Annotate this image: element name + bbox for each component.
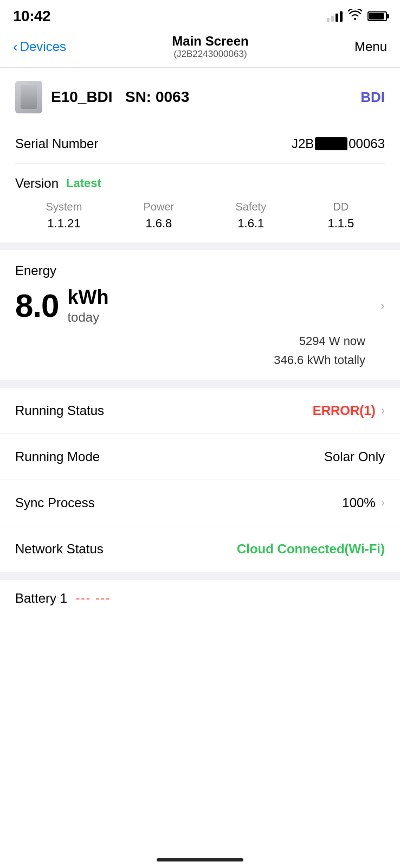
energy-unit: kWh	[67, 286, 108, 309]
energy-total: 346.6 kWh totally	[15, 350, 365, 369]
nav-title-block: Main Screen (J2B2243000063)	[172, 34, 248, 60]
serial-number-label: Serial Number	[15, 136, 98, 151]
version-label: Version	[15, 176, 59, 191]
battery-label: Battery 1	[15, 591, 67, 606]
energy-details: 5294 W now 346.6 kWh totally	[15, 331, 385, 369]
status-bar: 10:42	[0, 0, 400, 29]
section-divider-3	[0, 572, 400, 579]
running-status-value: ERROR(1) ›	[313, 403, 385, 418]
version-col-label-dd: DD	[327, 201, 354, 213]
device-name: E10_BDI SN: 0063	[51, 88, 189, 105]
status-time: 10:42	[13, 8, 50, 25]
section-divider-2	[0, 380, 400, 388]
back-label: Devices	[20, 39, 66, 54]
version-col-label-system: System	[46, 201, 82, 213]
running-status-row[interactable]: Running Status ERROR(1) ›	[0, 388, 400, 434]
energy-now: 5294 W now	[15, 331, 365, 350]
version-col-dd: DD 1.1.5	[327, 201, 354, 231]
wifi-icon	[348, 9, 362, 23]
version-col-value-system: 1.1.21	[46, 216, 82, 231]
energy-main-row[interactable]: 8.0 kWh today ›	[15, 286, 385, 325]
energy-title: Energy	[15, 263, 385, 278]
sync-process-value: 100% ›	[342, 495, 385, 510]
running-mode-row: Running Mode Solar Only	[0, 434, 400, 480]
network-status-value: Cloud Connected(Wi-Fi)	[237, 541, 385, 557]
battery-section: Battery 1 --- ---	[0, 579, 400, 611]
version-grid: System 1.1.21 Power 1.6.8 Safety 1.6.1 D…	[15, 201, 385, 242]
version-latest-badge: Latest	[66, 176, 101, 190]
version-col-safety: Safety 1.6.1	[235, 201, 266, 231]
energy-section: Energy 8.0 kWh today › 5294 W now 346.6 …	[0, 250, 400, 380]
energy-today-label: today	[67, 310, 108, 325]
device-info-section: Serial Number J2B00063 Version Latest Sy…	[0, 124, 400, 242]
running-status-label: Running Status	[15, 403, 104, 418]
energy-unit-today: kWh today	[67, 286, 108, 325]
device-header: E10_BDI SN: 0063 BDI	[0, 68, 400, 124]
version-col-value-dd: 1.1.5	[327, 216, 354, 231]
running-status-chevron-icon: ›	[381, 404, 385, 418]
navigation-bar: ‹ Devices Main Screen (J2B2243000063) Me…	[0, 29, 400, 68]
sync-process-row[interactable]: Sync Process 100% ›	[0, 480, 400, 526]
nav-subtitle: (J2B2243000063)	[172, 49, 248, 60]
version-col-label-safety: Safety	[235, 201, 266, 213]
network-status-label: Network Status	[15, 541, 104, 557]
signal-bars-icon	[327, 11, 343, 22]
version-col-label-power: Power	[144, 201, 175, 213]
serial-number-value: J2B00063	[292, 136, 385, 151]
device-icon	[15, 81, 42, 113]
battery-row: Battery 1 --- ---	[15, 591, 385, 606]
version-col-system: System 1.1.21	[46, 201, 82, 231]
energy-chevron-icon: ›	[380, 297, 385, 314]
serial-number-row: Serial Number J2B00063	[15, 124, 385, 164]
version-row: Version Latest System 1.1.21 Power 1.6.8…	[15, 164, 385, 242]
version-col-value-safety: 1.6.1	[235, 216, 266, 231]
chevron-left-icon: ‹	[13, 39, 18, 55]
nav-title: Main Screen	[172, 34, 248, 49]
running-mode-value: Solar Only	[324, 449, 385, 464]
section-divider-1	[0, 242, 400, 250]
running-mode-label: Running Mode	[15, 449, 100, 464]
battery-dash: --- ---	[76, 591, 111, 605]
device-header-left: E10_BDI SN: 0063	[15, 81, 189, 113]
network-status-row: Network Status Cloud Connected(Wi-Fi)	[0, 526, 400, 572]
home-indicator	[157, 858, 243, 861]
version-label-row: Version Latest	[15, 176, 385, 191]
sync-process-label: Sync Process	[15, 495, 95, 510]
back-button[interactable]: ‹ Devices	[13, 39, 66, 55]
status-section: Running Status ERROR(1) › Running Mode S…	[0, 388, 400, 572]
device-name-sn: E10_BDI SN: 0063	[51, 88, 189, 106]
energy-value: 8.0	[15, 287, 59, 324]
version-col-value-power: 1.6.8	[144, 216, 175, 231]
sync-chevron-icon: ›	[381, 496, 385, 510]
status-icons	[327, 9, 387, 23]
menu-button[interactable]: Menu	[354, 39, 387, 54]
device-badge: BDI	[360, 89, 385, 106]
battery-icon	[367, 11, 387, 21]
redacted-block	[315, 137, 347, 150]
version-col-power: Power 1.6.8	[144, 201, 175, 231]
